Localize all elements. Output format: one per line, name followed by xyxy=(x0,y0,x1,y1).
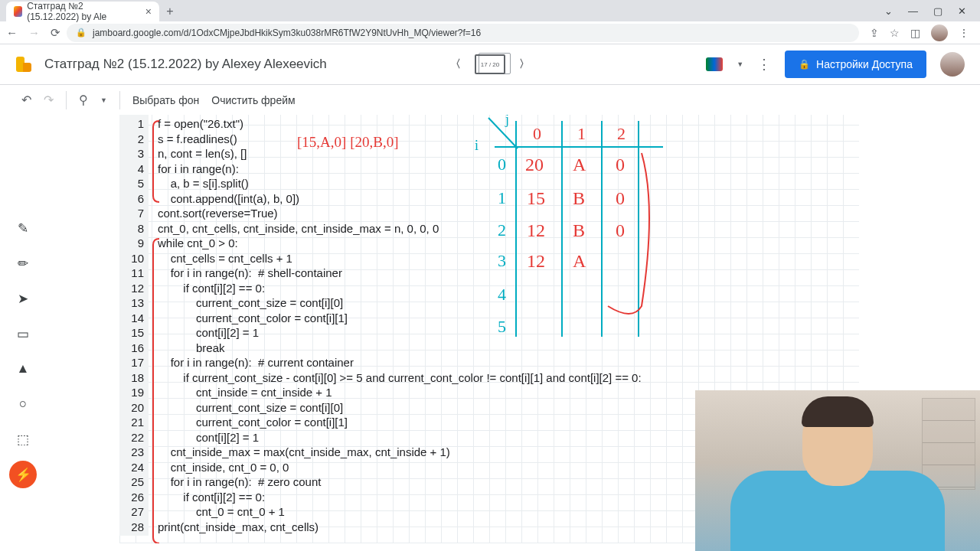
user-avatar-icon[interactable] xyxy=(940,52,965,77)
laser-tool-icon[interactable]: ⚡ xyxy=(9,461,37,488)
close-window-icon[interactable]: ✕ xyxy=(958,5,966,17)
separator xyxy=(119,91,120,109)
extension-icon[interactable]: ◫ xyxy=(910,27,920,39)
image-tool-icon[interactable]: ▲ xyxy=(9,355,37,383)
back-icon[interactable]: ← xyxy=(6,26,18,39)
background-button[interactable]: Выбрать фон xyxy=(132,94,199,106)
jamboard-logo-icon[interactable] xyxy=(14,54,34,74)
forward-icon[interactable]: → xyxy=(28,26,40,39)
profile-avatar-icon[interactable] xyxy=(931,24,948,41)
kebab-menu-icon[interactable]: ⋮ xyxy=(959,27,969,39)
next-frame-button[interactable]: 〉 xyxy=(519,57,530,71)
tab-title: Статград №2 (15.12.2022) by Ale xyxy=(27,1,138,22)
meet-dropdown-icon[interactable]: ▼ xyxy=(737,60,743,68)
line-numbers: 1234567891011121314151617181920212223242… xyxy=(119,115,149,536)
share-label: Настройки Доступа xyxy=(816,58,913,70)
text-tool-icon[interactable]: ⬚ xyxy=(9,425,37,453)
webcam-overlay xyxy=(695,390,980,551)
new-tab-button[interactable]: + xyxy=(159,2,181,21)
undo-icon[interactable]: ↶ xyxy=(21,93,31,107)
clear-frame-button[interactable]: Очистить фрейм xyxy=(211,94,295,106)
drawing-toolbar: ✎ ✏ ➤ ▭ ▲ ○ ⬚ ⚡ xyxy=(0,115,46,551)
zoom-icon[interactable]: ⚲ xyxy=(79,93,88,107)
lock-icon: 🔒 xyxy=(799,59,810,70)
select-tool-icon[interactable]: ➤ xyxy=(9,285,37,312)
separator xyxy=(66,91,67,109)
browser-tab[interactable]: Статград №2 (15.12.2022) by Ale × xyxy=(6,2,159,21)
redo-icon[interactable]: ↷ xyxy=(44,93,54,107)
marker-tool-icon[interactable]: ✏ xyxy=(9,249,37,277)
sticky-note-tool-icon[interactable]: ▭ xyxy=(9,320,37,347)
array-annotation: [15,A,0] [20,B,0] xyxy=(297,134,398,151)
shape-tool-icon[interactable]: ○ xyxy=(9,390,37,418)
more-options-icon[interactable]: ⋮ xyxy=(757,56,771,73)
prev-frame-button[interactable]: 〈 xyxy=(450,57,461,71)
share-button[interactable]: 🔒 Настройки Доступа xyxy=(785,51,926,78)
document-title[interactable]: Статград №2 (15.12.2022) by Alexey Alexe… xyxy=(44,57,327,72)
pen-tool-icon[interactable]: ✎ xyxy=(9,214,37,242)
star-icon[interactable]: ☆ xyxy=(890,27,900,39)
reload-icon[interactable]: ⟳ xyxy=(51,26,60,40)
url-text: jamboard.google.com/d/1OdxCMjpeJbdHkikSy… xyxy=(93,28,481,38)
jamboard-favicon-icon xyxy=(14,6,22,17)
svg-line-5 xyxy=(488,118,518,148)
google-meet-icon[interactable] xyxy=(706,57,723,71)
maximize-icon[interactable]: ▢ xyxy=(933,5,942,17)
zoom-dropdown-icon[interactable]: ▼ xyxy=(100,96,107,104)
share-page-icon[interactable]: ⇪ xyxy=(870,27,879,39)
frame-indicator[interactable]: 17 / 20 xyxy=(475,54,505,74)
close-tab-icon[interactable]: × xyxy=(145,5,152,18)
red-brackets-annotation xyxy=(152,116,162,543)
minimize-icon[interactable]: — xyxy=(908,5,918,17)
chevron-down-icon[interactable]: ⌄ xyxy=(884,5,893,17)
address-bar[interactable]: 🔒 jamboard.google.com/d/1OdxCMjpeJbdHkik… xyxy=(67,24,859,42)
lock-icon: 🔒 xyxy=(76,28,87,37)
